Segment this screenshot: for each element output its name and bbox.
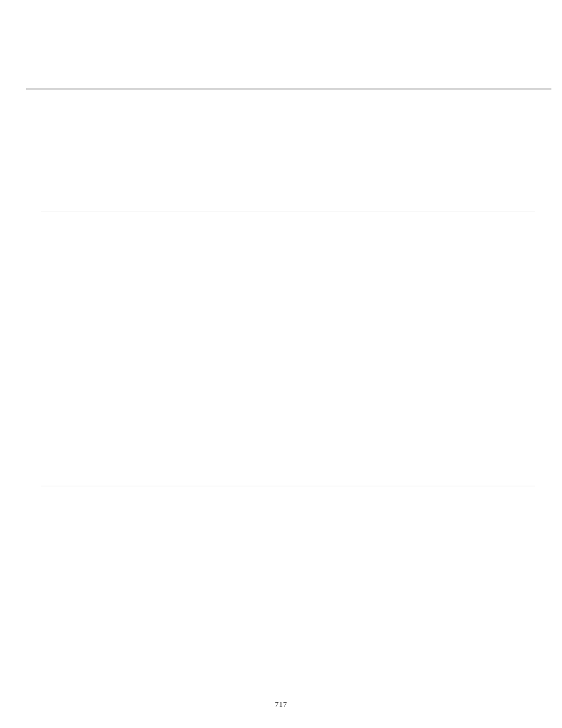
page-number: 717 bbox=[0, 700, 562, 709]
section-divider-thin bbox=[41, 486, 535, 486]
section-divider-thick bbox=[26, 88, 551, 90]
section-divider-thin bbox=[41, 212, 535, 212]
